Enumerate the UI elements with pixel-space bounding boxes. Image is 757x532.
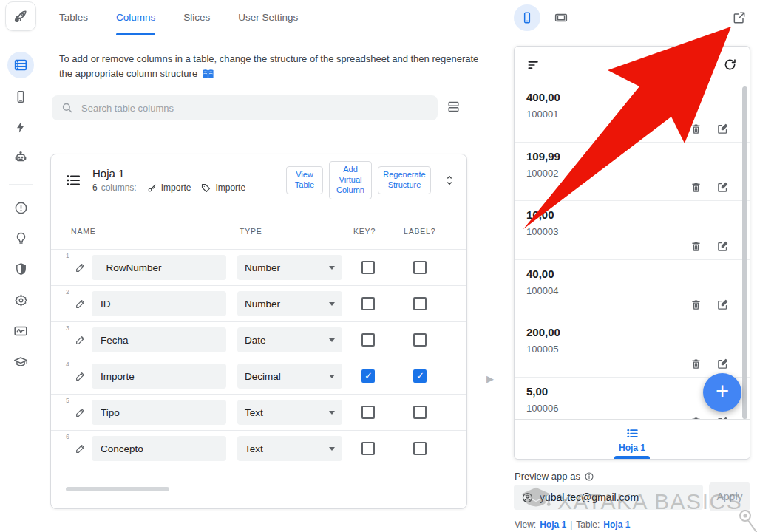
tab[interactable]: User Settings <box>238 0 298 35</box>
open-in-new-icon[interactable] <box>732 10 747 25</box>
type-select[interactable]: Number <box>237 255 342 280</box>
edit-icon[interactable] <box>716 358 729 370</box>
card-action-button[interactable]: Regenerate Structure <box>378 166 431 194</box>
edit-icon[interactable] <box>716 123 729 135</box>
record-amount: 400,00 <box>526 91 738 103</box>
type-select[interactable]: Decimal <box>237 364 342 389</box>
chevron-down-icon <box>329 302 335 306</box>
column-name-input[interactable] <box>92 255 226 280</box>
record-id: 100006 <box>526 403 738 414</box>
table-card-actions: View TableAdd Virtual ColumnRegenerate S… <box>286 161 431 199</box>
bottom-nav-hoja1[interactable]: Hoja 1 <box>515 419 750 459</box>
edit-pencil-icon[interactable] <box>75 443 86 454</box>
edit-icon[interactable] <box>716 181 729 194</box>
refresh-icon[interactable] <box>722 57 738 72</box>
table-subtitle: 6 columns: Importe Importe <box>92 183 245 194</box>
sidebar-item-settings[interactable] <box>7 287 34 313</box>
tab[interactable]: Tables <box>59 0 88 35</box>
column-name-input[interactable] <box>92 436 226 461</box>
delete-icon[interactable] <box>690 358 702 370</box>
card-action-button[interactable]: Add Virtual Column <box>329 161 372 199</box>
column-name-field <box>92 400 226 425</box>
record-item[interactable]: 40,00 100004 <box>515 260 750 319</box>
delete-icon[interactable] <box>690 123 702 135</box>
nav-list-icon <box>625 426 639 440</box>
edit-pencil-icon[interactable] <box>75 262 86 273</box>
tab[interactable]: Columns <box>116 0 155 35</box>
key-checkbox[interactable] <box>361 442 375 455</box>
type-select[interactable]: Number <box>237 291 342 316</box>
mobile-preview-button[interactable] <box>514 4 540 31</box>
row-number: 5 <box>66 397 69 404</box>
record-id: 100005 <box>526 344 738 355</box>
record-item[interactable]: 400,00 100001 <box>515 83 750 143</box>
delete-icon[interactable] <box>690 181 702 194</box>
column-header: TYPE <box>240 227 262 236</box>
edit-pencil-icon[interactable] <box>75 334 86 346</box>
sidebar-divider <box>9 184 33 185</box>
apply-button[interactable]: Apply <box>709 482 750 511</box>
edit-pencil-icon[interactable] <box>75 406 86 418</box>
horizontal-scrollbar[interactable] <box>66 487 169 491</box>
app-header <box>515 47 750 83</box>
record-item[interactable]: 10,00 100003 <box>515 201 750 260</box>
type-select[interactable]: Text <box>237 400 342 425</box>
label-checkbox[interactable] <box>413 333 427 347</box>
edit-pencil-icon[interactable] <box>75 370 86 382</box>
add-record-fab[interactable]: + <box>703 373 741 412</box>
sidebar-item-data[interactable] <box>7 52 34 78</box>
delete-icon[interactable] <box>690 240 702 253</box>
record-actions <box>690 240 729 253</box>
label-checkbox[interactable] <box>413 406 427 419</box>
sidebar-item-monitor[interactable] <box>7 318 34 344</box>
key-checkbox[interactable] <box>361 261 375 274</box>
sort-icon[interactable] <box>526 58 541 72</box>
key-checkbox[interactable] <box>361 369 375 383</box>
view-table-footer: View: Hoja 1 | Table: Hoja 1 <box>515 519 630 530</box>
vertical-scrollbar[interactable] <box>742 86 747 419</box>
tablet-preview-button[interactable] <box>548 4 574 31</box>
record-item[interactable]: 200,00 100005 <box>515 318 750 378</box>
edit-icon[interactable] <box>716 240 729 253</box>
type-select[interactable]: Text <box>237 436 342 461</box>
column-name-input[interactable] <box>92 291 226 316</box>
docs-book-icon[interactable] <box>202 69 214 80</box>
record-amount: 10,00 <box>526 208 738 221</box>
sidebar-item-security[interactable] <box>7 256 34 282</box>
info-icon[interactable] <box>584 471 594 482</box>
column-name-input[interactable] <box>92 400 226 425</box>
label-checkbox[interactable] <box>413 369 427 383</box>
search-input[interactable] <box>81 103 429 114</box>
type-select[interactable]: Date <box>237 327 342 352</box>
key-checkbox[interactable] <box>361 297 375 310</box>
column-name-input[interactable] <box>92 364 226 389</box>
record-item[interactable]: 109,99 100002 <box>515 143 750 202</box>
card-action-button[interactable]: View Table <box>286 166 323 194</box>
view-density-icon[interactable] <box>447 100 461 114</box>
key-checkbox[interactable] <box>361 406 375 419</box>
preview-user-input[interactable] <box>540 491 696 503</box>
table-card-header: Hoja 1 6 columns: Importe <box>51 154 466 206</box>
account-icon <box>521 491 534 504</box>
sidebar-item-learn[interactable] <box>7 349 34 375</box>
sidebar-item-app[interactable] <box>7 83 34 110</box>
view-link[interactable]: Hoja 1 <box>540 519 566 530</box>
tab[interactable]: Slices <box>183 0 210 35</box>
column-name-input[interactable] <box>92 327 226 352</box>
panel-expander-icon[interactable]: ▶ <box>486 373 494 384</box>
rocket-logo-icon[interactable] <box>5 1 36 31</box>
label-checkbox[interactable] <box>413 442 427 455</box>
collapse-icon[interactable] <box>443 174 456 187</box>
table-link[interactable]: Hoja 1 <box>603 519 630 530</box>
sidebar-item-bot[interactable] <box>7 144 34 171</box>
key-checkbox[interactable] <box>361 333 375 347</box>
label-checkbox[interactable] <box>413 297 427 310</box>
sidebar-item-info[interactable] <box>7 194 34 221</box>
delete-icon[interactable] <box>690 299 702 311</box>
sidebar-item-automation[interactable] <box>7 114 34 140</box>
edit-icon[interactable] <box>716 299 729 311</box>
row-number: 4 <box>66 361 69 368</box>
sidebar-item-tips[interactable] <box>7 225 34 251</box>
edit-pencil-icon[interactable] <box>75 298 86 310</box>
label-checkbox[interactable] <box>413 261 427 274</box>
